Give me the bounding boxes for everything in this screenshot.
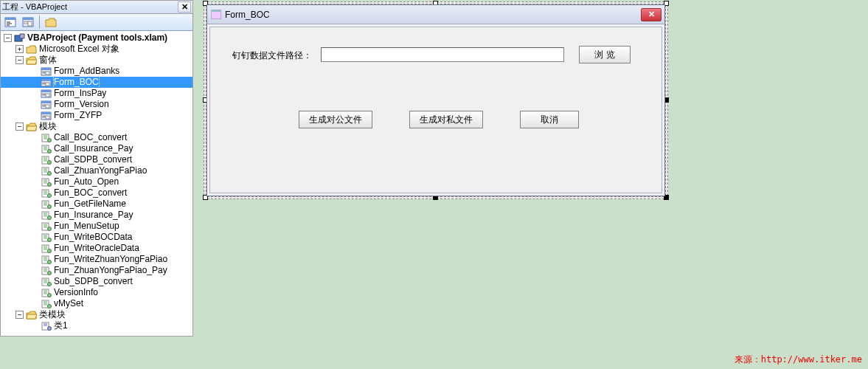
tree-module-item[interactable]: Call_SDPB_convert — [1, 154, 192, 165]
tree-project-root[interactable]: − VBAProject (Payment tools.xlam) — [1, 32, 192, 44]
form-designer-canvas[interactable]: Form_BOC ✕ 钉钉数据文件路径： 浏 览 生成对公文件 生成对私文件 取… — [193, 0, 868, 369]
twist-icon[interactable]: − — [4, 34, 12, 42]
tree-modules-folder[interactable]: − 模块 — [1, 121, 192, 132]
tree-forms-folder[interactable]: − 窗体 — [1, 55, 192, 66]
svg-point-39 — [48, 149, 52, 153]
form-window[interactable]: Form_BOC ✕ 钉钉数据文件路径： 浏 览 生成对公文件 生成对私文件 取… — [206, 4, 665, 196]
tree-excel-objects[interactable]: + Microsoft Excel 对象 — [1, 44, 192, 55]
project-explorer-title: 工程 - VBAProject — [2, 1, 67, 13]
svg-rect-23 — [41, 101, 51, 103]
generate-public-button[interactable]: 生成对公文件 — [299, 111, 372, 128]
tree-module-item[interactable]: Fun_Insurance_Pay — [1, 210, 192, 221]
browse-button[interactable]: 浏 览 — [579, 46, 631, 63]
tree-label: Fun_WriteZhuanYongFaPiao — [54, 254, 167, 265]
cancel-button[interactable]: 取消 — [520, 111, 579, 128]
tree-module-item[interactable]: Fun_Auto_Open — [1, 176, 192, 187]
tree-label: Form_Version — [54, 99, 109, 110]
tree-classmodules-folder[interactable]: − 类模块 — [1, 309, 192, 320]
tree-module-item[interactable]: Fun_MenuSetup — [1, 221, 192, 232]
svg-rect-1 — [5, 18, 15, 20]
tree-label: 模块 — [39, 121, 57, 132]
module-icon — [41, 199, 52, 209]
svg-rect-17 — [46, 83, 49, 86]
tree-label: Fun_BOC_convert — [54, 187, 127, 199]
tree-form-item[interactable]: Form_AddBanks — [1, 66, 192, 77]
tree-module-item[interactable]: Fun_ZhuanYongFaPiao_Pay — [1, 265, 192, 276]
tree-module-item[interactable]: vMySet — [1, 298, 192, 309]
tree-module-item[interactable]: VersionInfo — [1, 287, 192, 298]
module-icon — [41, 177, 52, 187]
tree-form-item[interactable]: Form_ZYFP — [1, 110, 192, 121]
tree-form-item[interactable]: Form_BOC — [1, 77, 192, 88]
svg-point-44 — [48, 160, 52, 164]
svg-point-79 — [48, 238, 52, 241]
form-selection-outline[interactable]: Form_BOC ✕ 钉钉数据文件路径： 浏 览 生成对公文件 生成对私文件 取… — [206, 4, 665, 196]
userform-icon — [41, 100, 52, 109]
module-icon — [41, 144, 52, 154]
tree-label: Call_Insurance_Pay — [54, 143, 133, 154]
svg-rect-115 — [211, 10, 221, 12]
tree-label: Fun_Auto_Open — [54, 176, 119, 187]
module-icon — [41, 221, 52, 231]
twist-icon[interactable]: − — [15, 311, 24, 319]
path-input[interactable] — [321, 47, 564, 62]
tree-label: 窗体 — [39, 55, 57, 66]
tree-form-item[interactable]: Form_Version — [1, 99, 192, 110]
svg-point-104 — [48, 293, 52, 297]
userform-icon — [210, 9, 222, 21]
tree-form-item[interactable]: Form_InsPay — [1, 88, 192, 99]
project-explorer-titlebar: 工程 - VBAProject ✕ — [1, 1, 192, 14]
svg-point-99 — [48, 282, 52, 286]
svg-rect-24 — [43, 105, 45, 106]
tree-module-item[interactable]: Call_ZhuanYongFaPiao — [1, 165, 192, 176]
twist-icon[interactable]: + — [15, 45, 24, 53]
view-object-button[interactable] — [20, 15, 36, 30]
twist-icon[interactable]: − — [15, 56, 24, 64]
tree-module-item[interactable]: Fun_WriteBOCData — [1, 232, 192, 243]
tree-label: Fun_MenuSetup — [54, 221, 119, 232]
tree-module-item[interactable]: Fun_WriteOracleData — [1, 243, 192, 254]
toggle-folders-button[interactable] — [43, 15, 59, 30]
close-icon[interactable]: ✕ — [641, 8, 662, 21]
svg-point-34 — [48, 138, 52, 142]
close-icon[interactable]: ✕ — [178, 1, 191, 13]
tree-module-item[interactable]: Call_Insurance_Pay — [1, 143, 192, 154]
form-client-area[interactable]: 钉钉数据文件路径： 浏 览 生成对公文件 生成对私文件 取消 — [209, 27, 662, 193]
tree-label: VBAProject (Payment tools.xlam) — [27, 32, 167, 44]
tree-label: Form_InsPay — [54, 88, 106, 99]
svg-rect-25 — [46, 105, 49, 108]
form-view-icon — [22, 17, 34, 27]
userform-icon — [41, 111, 52, 120]
module-icon — [41, 166, 52, 176]
folder-open-icon — [26, 310, 37, 320]
folder-open-icon — [26, 122, 37, 131]
classmodule-icon — [41, 321, 52, 331]
project-tree[interactable]: − VBAProject (Payment tools.xlam) + Micr… — [1, 31, 192, 336]
view-code-button[interactable] — [2, 15, 18, 30]
tree-module-item[interactable]: Fun_GetFileName — [1, 199, 192, 210]
code-icon — [4, 17, 16, 27]
tree-label: Call_SDPB_convert — [54, 154, 132, 165]
tree-label: Call_BOC_convert — [54, 132, 127, 143]
generate-private-button[interactable]: 生成对私文件 — [409, 111, 483, 128]
tree-label: 类1 — [54, 320, 68, 331]
svg-rect-11 — [41, 68, 51, 70]
vba-project-icon — [14, 33, 25, 43]
tree-classmodule-item[interactable]: 类1 — [1, 320, 192, 331]
form-titlebar[interactable]: Form_BOC ✕ — [207, 5, 664, 24]
twist-icon[interactable]: − — [15, 123, 24, 131]
tree-module-item[interactable]: Sub_SDPB_convert — [1, 276, 192, 287]
userform-icon — [41, 77, 52, 87]
svg-point-54 — [48, 182, 52, 186]
svg-point-49 — [48, 171, 52, 175]
svg-rect-19 — [41, 90, 51, 92]
module-icon — [41, 232, 52, 242]
svg-rect-27 — [41, 112, 51, 114]
svg-rect-6 — [23, 18, 33, 20]
svg-rect-8 — [28, 21, 32, 26]
tree-label: Fun_Insurance_Pay — [54, 210, 133, 221]
tree-module-item[interactable]: Fun_BOC_convert — [1, 187, 192, 199]
tree-module-item[interactable]: Call_BOC_convert — [1, 132, 192, 143]
tree-module-item[interactable]: Fun_WriteZhuanYongFaPiao — [1, 254, 192, 265]
tree-label: Form_ZYFP — [54, 110, 102, 121]
